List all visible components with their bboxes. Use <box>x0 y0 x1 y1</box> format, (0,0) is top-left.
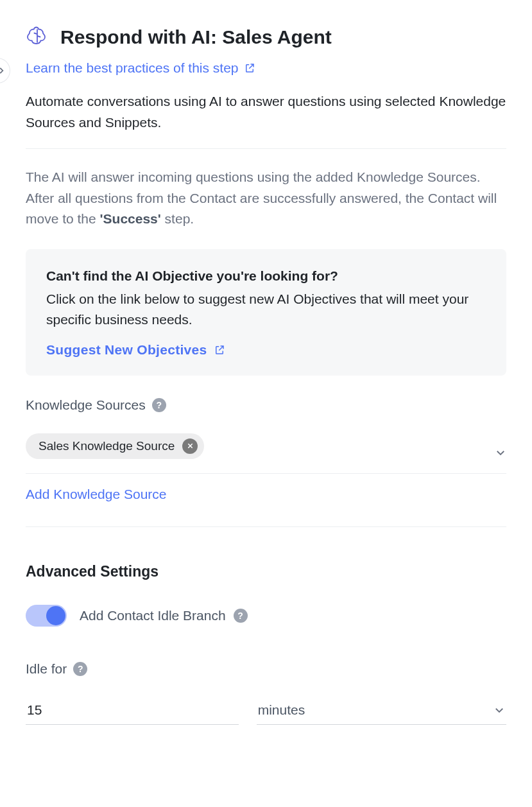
info-card-body: Click on the link below to suggest new A… <box>46 289 486 331</box>
suggest-objectives-label: Suggest New Objectives <box>46 342 207 358</box>
chevron-right-icon <box>0 66 6 75</box>
brain-icon <box>26 26 49 49</box>
idle-unit-value: minutes <box>258 702 305 718</box>
close-icon <box>187 442 194 449</box>
idle-input-row: minutes <box>26 696 506 725</box>
knowledge-sources-text: Knowledge Sources <box>26 397 146 413</box>
chip-label: Sales Knowledge Source <box>39 439 175 453</box>
suggest-objectives-link[interactable]: Suggest New Objectives <box>46 342 225 358</box>
toggle-knob <box>46 606 65 625</box>
add-knowledge-source-link[interactable]: Add Knowledge Source <box>26 487 167 502</box>
panel-header: Respond with AI: Sales Agent <box>26 26 506 49</box>
idle-duration-input[interactable] <box>26 696 239 725</box>
external-link-icon <box>244 62 255 74</box>
learn-best-practices-link[interactable]: Learn the best practices of this step <box>26 60 255 76</box>
toggle-label-text: Add Contact Idle Branch <box>80 608 226 623</box>
chip-remove-button[interactable] <box>182 438 198 454</box>
chevron-down-icon[interactable] <box>495 447 506 462</box>
external-link-icon <box>214 344 225 356</box>
step-config-panel: Respond with AI: Sales Agent Learn the b… <box>0 0 532 807</box>
chevron-down-icon <box>493 704 505 716</box>
help-icon[interactable]: ? <box>152 398 166 412</box>
idle-branch-toggle-label: Add Contact Idle Branch ? <box>80 608 248 623</box>
idle-for-label: Idle for ? <box>26 661 506 677</box>
subdesc-bold: 'Success' <box>100 211 161 226</box>
subdesc-post: step. <box>161 211 194 226</box>
page-title: Respond with AI: Sales Agent <box>60 26 332 48</box>
knowledge-sources-label: Knowledge Sources ? <box>26 397 506 413</box>
suggest-objective-card: Can't find the AI Objective you're looki… <box>26 249 506 376</box>
info-card-title: Can't find the AI Objective you're looki… <box>46 268 486 284</box>
subdesc-pre: The AI will answer incoming questions us… <box>26 169 497 226</box>
divider <box>26 526 506 527</box>
learn-link-label: Learn the best practices of this step <box>26 60 239 76</box>
ai-behavior-description: The AI will answer incoming questions us… <box>26 167 506 230</box>
idle-branch-toggle-row: Add Contact Idle Branch ? <box>26 605 506 627</box>
knowledge-source-chip: Sales Knowledge Source <box>26 433 204 459</box>
advanced-settings-title: Advanced Settings <box>26 563 506 580</box>
help-icon[interactable]: ? <box>234 609 248 623</box>
idle-duration-section: Idle for ? minutes <box>26 661 506 725</box>
idle-for-text: Idle for <box>26 661 67 677</box>
idle-unit-select[interactable]: minutes <box>257 696 506 725</box>
divider <box>26 148 506 149</box>
knowledge-sources-select[interactable]: Sales Knowledge Source <box>26 426 506 474</box>
step-description: Automate conversations using AI to answe… <box>26 91 506 148</box>
idle-branch-toggle[interactable] <box>26 605 67 627</box>
help-icon[interactable]: ? <box>73 662 87 676</box>
